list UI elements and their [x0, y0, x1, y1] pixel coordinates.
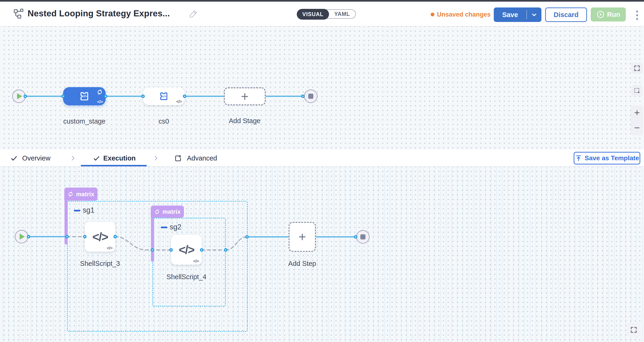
custom-stage-icon [78, 90, 90, 102]
add-stage-button[interactable]: + [224, 87, 266, 105]
connector-port[interactable] [66, 235, 69, 238]
connector-port[interactable] [83, 235, 87, 238]
connector-port[interactable] [170, 248, 173, 252]
multi-select-button[interactable] [632, 85, 642, 96]
pipeline-title: Nested Looping Strategy Expres... [28, 9, 170, 18]
stage-node-custom-stage[interactable]: </> [63, 87, 106, 105]
connector-port[interactable] [151, 248, 154, 252]
connector-port[interactable] [183, 94, 186, 98]
zoom-controls: + − [631, 105, 643, 135]
edit-title-icon[interactable] [189, 9, 198, 20]
tab-overview[interactable]: Overview [22, 154, 50, 162]
step-code-badge: </> [193, 258, 199, 264]
execution-check-icon [93, 155, 100, 162]
more-options-button[interactable] [632, 9, 642, 22]
step-code-badge: </> [107, 246, 112, 251]
stage-tab-bar: Overview Execution Advanced Save as Temp… [0, 150, 644, 167]
tab-advanced[interactable]: Advanced [187, 154, 217, 162]
step-node-shellscript-3[interactable]: </> </> [85, 222, 115, 252]
stage-label-cs0[interactable]: cs0 [124, 118, 204, 125]
shell-script-icon: </> [92, 230, 108, 244]
fullscreen-icon [630, 326, 638, 334]
end-stop-icon [308, 94, 313, 99]
run-button[interactable]: Run [591, 8, 626, 22]
plus-icon: + [241, 90, 249, 103]
toggle-visual[interactable]: VISUAL [297, 9, 329, 20]
fullscreen-button[interactable] [632, 62, 642, 74]
add-stage-label[interactable]: Add Stage [205, 117, 284, 125]
connector-port[interactable] [354, 235, 358, 239]
chevron-right-icon [152, 155, 159, 162]
connector-port[interactable] [224, 248, 228, 252]
zoom-in-button[interactable]: + [634, 108, 640, 118]
save-as-template-button[interactable]: Save as Template [574, 152, 640, 164]
chevron-right-icon [70, 155, 76, 162]
stage-code-badge: </> [176, 99, 182, 104]
tab-execution[interactable]: Execution [103, 154, 136, 162]
marquee-select-icon [634, 87, 640, 94]
run-play-icon [596, 10, 605, 19]
execution-fullscreen-button[interactable] [627, 323, 640, 337]
step-label-shellscript-4[interactable]: ShellScript_4 [147, 273, 226, 281]
advanced-settings-icon [174, 154, 182, 162]
stage-looping-icon [96, 88, 103, 96]
add-step-label[interactable]: Add Step [262, 260, 342, 268]
stage-canvas[interactable]: </> </> + custom_stage cs0 Add Stage [0, 26, 644, 150]
save-button[interactable]: Save [494, 8, 542, 22]
unsaved-changes-label: Unsaved changes [437, 11, 491, 18]
start-play-icon [20, 234, 25, 240]
save-label[interactable]: Save [494, 11, 526, 19]
connector-port[interactable] [114, 235, 117, 238]
fullscreen-icon [634, 65, 640, 72]
pipeline-studio: Nested Looping Strategy Expres... VISUAL… [0, 0, 644, 342]
connector-port[interactable] [245, 235, 249, 239]
pipeline-icon [13, 8, 24, 20]
shell-script-icon: </> [178, 243, 194, 257]
stage-code-badge: </> [97, 99, 103, 104]
save-options-chevron-icon[interactable] [527, 11, 542, 19]
execution-connector-layer [0, 167, 644, 342]
step-node-shellscript-4[interactable]: </> </> [171, 235, 202, 265]
cs0-stage-icon [158, 91, 169, 102]
execution-end-node [356, 230, 370, 244]
connector-port[interactable] [24, 94, 27, 98]
window-top-edge [0, 0, 644, 2]
end-stop-icon [360, 234, 366, 240]
unsaved-dot [431, 12, 434, 16]
connector-port[interactable] [141, 94, 145, 98]
discard-button[interactable]: Discard [545, 8, 587, 22]
connector-port[interactable] [104, 94, 108, 98]
upload-icon [575, 154, 582, 162]
pipeline-end-node [304, 90, 318, 103]
connector-port[interactable] [62, 94, 65, 98]
overview-check-icon [10, 155, 18, 162]
step-label-shellscript-3[interactable]: ShellScript_3 [60, 260, 140, 268]
connector-port[interactable] [27, 235, 30, 238]
stage-label-custom-stage[interactable]: custom_stage [45, 118, 124, 125]
view-toggle: VISUAL YAML [297, 9, 356, 19]
execution-start-node [15, 230, 28, 244]
save-as-template-label: Save as Template [585, 154, 639, 162]
run-label: Run [607, 11, 620, 18]
toggle-yaml[interactable]: YAML [329, 10, 355, 18]
header-bar: Nested Looping Strategy Expres... VISUAL… [0, 2, 644, 26]
plus-icon: + [298, 230, 306, 244]
zoom-out-button[interactable]: − [634, 123, 640, 133]
connector-port[interactable] [301, 94, 305, 98]
connector-port[interactable] [200, 248, 204, 252]
add-step-button[interactable]: + [288, 222, 316, 252]
start-play-icon [17, 93, 22, 99]
stage-node-cs0[interactable]: </> [143, 87, 184, 105]
active-tab-underline [81, 165, 147, 166]
execution-canvas[interactable]: matrix matrix sg1 sg2 [0, 167, 644, 342]
